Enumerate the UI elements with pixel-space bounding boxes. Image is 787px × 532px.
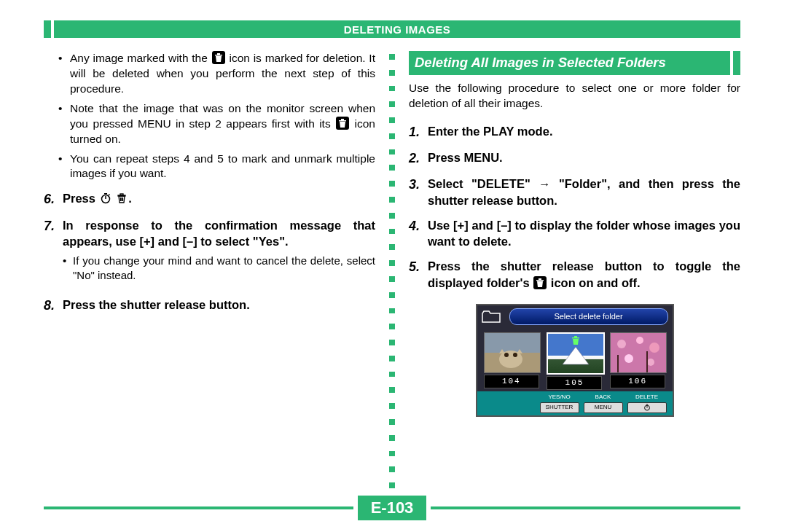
footer-bar: E-103	[44, 496, 740, 520]
svg-point-23	[624, 354, 633, 363]
step-number: 5.	[409, 258, 428, 291]
svg-rect-29	[646, 404, 648, 405]
thumb-label: 104	[484, 375, 539, 388]
thumb-106: 106	[610, 332, 665, 390]
step-text: Press the shutter release button.	[63, 297, 375, 314]
thumb-label: 105	[547, 376, 602, 390]
trash-icon	[336, 117, 349, 130]
step-number: 3.	[409, 176, 428, 208]
step-text: In response to the confirmation message …	[63, 217, 375, 250]
thumb-image	[484, 332, 541, 373]
svg-rect-1	[217, 53, 220, 55]
manual-page: DELETING IMAGES Any image marked with th…	[44, 20, 740, 509]
svg-point-22	[649, 343, 659, 353]
section-heading: Deleting All Images in Selected Folders	[409, 51, 740, 75]
text: Press	[63, 192, 99, 205]
svg-point-21	[636, 337, 643, 344]
bullet-item: You can repeat steps 4 and 5 to mark and…	[44, 152, 375, 182]
step-4: 4. Use [+] and [–] to display the folder…	[409, 217, 740, 250]
step-number: 7.	[44, 217, 63, 250]
heading-text: Deleting All Images in Selected Folders	[409, 51, 730, 75]
sub-bullet: If you change your mind and want to canc…	[44, 254, 375, 283]
footer-line-right	[431, 506, 740, 509]
bullet-item: Note that the image that was on the moni…	[44, 101, 375, 147]
step-text: Use [+] and [–] to display the folder wh…	[428, 217, 740, 250]
step-8: 8. Press the shutter release button.	[44, 297, 375, 314]
header-accent	[44, 20, 51, 38]
left-bullets: Any image marked with the icon is marked…	[44, 51, 375, 181]
timer-icon	[99, 192, 112, 205]
svg-rect-6	[104, 193, 107, 195]
btn-group-delete: DELETE	[627, 394, 667, 414]
step-number: 1.	[409, 123, 428, 141]
header-title: DELETING IMAGES	[54, 20, 740, 38]
step-number: 4.	[409, 217, 428, 250]
footer-line-left	[44, 506, 353, 509]
thumb-label: 106	[610, 375, 665, 388]
lcd-label: DELETE	[635, 394, 658, 402]
left-column: Any image marked with the icon is marked…	[44, 51, 375, 488]
svg-line-7	[109, 195, 110, 196]
svg-rect-2	[339, 120, 346, 122]
heading-accent	[733, 51, 740, 75]
folder-icon	[482, 309, 501, 324]
cat-drawing	[489, 339, 533, 368]
trash-icon	[212, 51, 225, 64]
step-number: 6.	[44, 190, 63, 208]
column-divider	[375, 51, 409, 488]
step-text: Select "DELETE" → "Folder", and then pre…	[428, 176, 740, 208]
trash-outline-icon	[115, 192, 128, 205]
svg-point-24	[647, 359, 654, 366]
step-7: 7. In response to the confirmation messa…	[44, 217, 375, 250]
lcd-screenshot: Select delete folder 104 105	[476, 304, 674, 417]
btn-group-yesno: YES/NO SHUTTER	[540, 394, 579, 414]
step-text: Press the shutter release button to togg…	[428, 258, 740, 291]
lcd-header: Select delete folder	[477, 305, 673, 328]
thumb-image	[547, 332, 605, 375]
step-5: 5. Press the shutter release button to t…	[409, 258, 740, 291]
svg-rect-9	[120, 194, 123, 195]
mountain-drawing	[548, 344, 603, 366]
svg-rect-3	[341, 119, 344, 120]
btn-group-back: BACK MENU	[584, 394, 623, 414]
step-6: 6. Press .	[44, 190, 375, 208]
step-number: 8.	[44, 297, 63, 314]
lcd-button	[627, 402, 667, 413]
intro-text: Use the following procedure to select on…	[409, 81, 740, 112]
step-text: Press MENU.	[428, 149, 740, 167]
bullet-item: Any image marked with the icon is marked…	[44, 51, 375, 97]
step-2: 2. Press MENU.	[409, 149, 740, 167]
trash-icon	[533, 276, 547, 289]
lcd-label: YES/NO	[548, 394, 570, 402]
svg-rect-13	[536, 280, 544, 281]
thumb-104: 104	[484, 332, 539, 390]
step-number: 2.	[409, 149, 428, 167]
flowers-drawing	[611, 333, 666, 372]
lcd-button: MENU	[584, 402, 623, 413]
svg-rect-14	[539, 278, 541, 280]
divider-dots	[389, 51, 395, 488]
lcd-button: SHUTTER	[540, 402, 579, 413]
lcd-title: Select delete folder	[509, 308, 668, 325]
svg-rect-0	[215, 55, 222, 56]
lcd-label: BACK	[595, 394, 611, 402]
step-7-sub: If you change your mind and want to canc…	[44, 254, 375, 283]
text: .	[128, 192, 132, 205]
thumb-image	[610, 332, 667, 373]
svg-point-20	[617, 340, 626, 348]
content-columns: Any image marked with the icon is marked…	[44, 51, 740, 488]
step-text: Press .	[63, 190, 375, 208]
header-bar: DELETING IMAGES	[44, 20, 740, 38]
text: icon on and off.	[547, 276, 640, 289]
right-column: Deleting All Images in Selected Folders …	[409, 51, 740, 488]
svg-rect-18	[572, 337, 579, 339]
thumb-105: 105	[547, 332, 602, 390]
lcd-thumbnails: 104 105 106	[477, 328, 673, 391]
page-number: E-103	[358, 496, 427, 520]
lcd-button-bar: YES/NO SHUTTER BACK MENU DELETE	[477, 391, 673, 416]
step-1: 1. Enter the PLAY mode.	[409, 123, 740, 141]
step-3: 3. Select "DELETE" → "Folder", and then …	[409, 176, 740, 208]
svg-rect-19	[574, 336, 577, 337]
step-text: Enter the PLAY mode.	[428, 123, 740, 141]
